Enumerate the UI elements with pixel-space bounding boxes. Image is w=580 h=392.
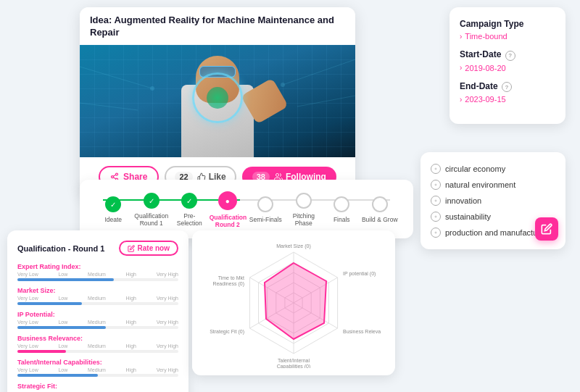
svg-text:Strategic Fit (0): Strategic Fit (0) bbox=[210, 329, 244, 335]
tag-icon-4 bbox=[431, 212, 441, 222]
ar-visual bbox=[80, 45, 355, 157]
tag-icon-2 bbox=[431, 180, 441, 190]
campaign-start-field: Start-Date ? › 2019-08-20 bbox=[460, 49, 555, 72]
radar-svg: Market Size (0) IP potential (0) Busines… bbox=[207, 238, 381, 368]
stage-label-finals: Finals bbox=[334, 216, 350, 223]
svg-text:IP potential (0): IP potential (0) bbox=[343, 271, 376, 277]
stage-item-presel: ✓ Pre-Selection bbox=[170, 193, 209, 227]
campaign-type-field: Campaign Type › Time-bound bbox=[460, 19, 555, 41]
tag-item-2: natural environment bbox=[431, 177, 555, 193]
rate-now-button[interactable]: Rate now bbox=[119, 241, 178, 256]
svg-point-11 bbox=[276, 173, 278, 176]
idea-title-bar: Idea: Augmented Reality for Machine Main… bbox=[80, 7, 355, 45]
rating-bar-bg-talent bbox=[17, 374, 178, 377]
idea-title: Idea: Augmented Reality for Machine Main… bbox=[90, 14, 345, 39]
rating-row-expert: Expert Rating Index: Very LowLowMediumHi… bbox=[17, 263, 178, 281]
svg-point-7 bbox=[112, 175, 114, 178]
rating-scale-business: Very LowLowMediumHighVery High bbox=[17, 343, 178, 349]
qualification-panel: Qualification - Round 1 Rate now Expert … bbox=[7, 230, 188, 392]
rating-row-market: Market Size: Very LowLowMediumHighVery H… bbox=[17, 287, 178, 305]
svg-point-6 bbox=[116, 173, 118, 175]
chevron-right-icon-3: › bbox=[460, 96, 462, 104]
svg-text:Business Relevance (0): Business Relevance (0) bbox=[343, 329, 381, 335]
tag-icon-1 bbox=[431, 164, 441, 174]
campaign-card: Campaign Type › Time-bound Start-Date ? … bbox=[450, 7, 566, 124]
tag-icon-3 bbox=[431, 196, 441, 206]
stage-dot-build bbox=[372, 196, 388, 212]
tag-item-1: circular economy bbox=[431, 161, 555, 177]
svg-point-34 bbox=[435, 200, 436, 201]
campaign-end-label: End-Date ? bbox=[460, 81, 555, 93]
radar-grid: Market Size (0) IP potential (0) Busines… bbox=[210, 243, 381, 368]
chevron-right-icon: › bbox=[460, 33, 462, 41]
stage-dot-ideate: ✓ bbox=[105, 196, 121, 212]
campaign-end-value: › 2023-09-15 bbox=[460, 95, 555, 104]
main-container: Idea: Augmented Reality for Machine Main… bbox=[0, 0, 580, 392]
edit-fab-button[interactable] bbox=[535, 217, 558, 241]
stages-track: ✓ Ideate ✓ Qualification Round 1 ✓ Pre-S… bbox=[94, 191, 399, 228]
svg-text:Talent/Internal: Talent/Internal bbox=[278, 358, 310, 363]
rating-row-business: Business Relevance: Very LowLowMediumHig… bbox=[17, 335, 178, 353]
rating-label-business: Business Relevance: bbox=[17, 335, 178, 342]
stage-dot-pitch bbox=[296, 193, 312, 209]
tag-icon-5 bbox=[431, 228, 441, 238]
rating-bar-bg-business bbox=[17, 350, 178, 353]
rating-scale-ip: Very LowLowMediumHighVery High bbox=[17, 320, 178, 325]
stage-item-ideate: ✓ Ideate bbox=[94, 196, 133, 223]
svg-marker-23 bbox=[265, 263, 326, 339]
stage-item-qual1: ✓ Qualification Round 1 bbox=[133, 193, 171, 227]
rating-scale-market: Very LowLowMediumHighVery High bbox=[17, 296, 178, 301]
svg-line-0 bbox=[80, 67, 152, 88]
stage-dot-qual1: ✓ bbox=[144, 193, 160, 209]
rating-scale-talent: Very LowLowMediumHighVery High bbox=[17, 367, 178, 372]
stage-dot-qual2: ● bbox=[218, 191, 237, 210]
svg-text:Time to Mkt: Time to Mkt bbox=[218, 275, 244, 280]
svg-point-35 bbox=[435, 216, 436, 217]
qual-title: Qualification - Round 1 bbox=[17, 244, 104, 253]
stage-label-presel: Pre-Selection bbox=[171, 212, 207, 227]
rating-bar-bg-expert bbox=[17, 278, 178, 281]
stage-item-build: Build & Grow bbox=[361, 196, 399, 223]
qual-header: Qualification - Round 1 Rate now bbox=[17, 241, 178, 256]
svg-point-33 bbox=[435, 184, 436, 185]
stage-dot-presel: ✓ bbox=[181, 193, 197, 209]
rate-icon bbox=[128, 245, 135, 252]
rating-scale: Very LowLowMediumHighVery High bbox=[17, 272, 178, 277]
rating-bar-fill-market bbox=[17, 302, 82, 305]
stage-dot-semis bbox=[257, 196, 273, 212]
campaign-end-field: End-Date ? › 2023-09-15 bbox=[460, 81, 555, 104]
chevron-right-icon-2: › bbox=[460, 64, 462, 72]
svg-line-1 bbox=[283, 59, 355, 85]
stage-dot-finals bbox=[334, 196, 349, 212]
stage-label-semis: Semi-Finals bbox=[249, 216, 282, 223]
rating-label-talent: Talent/Internal Capabilities: bbox=[17, 359, 178, 366]
end-info-icon: ? bbox=[502, 82, 512, 92]
rating-bar-fill-expert bbox=[17, 278, 114, 281]
campaign-type-value: › Time-bound bbox=[460, 32, 555, 41]
rating-label-expert: Expert Rating Index: bbox=[17, 263, 178, 270]
stage-label-pitch: Pitching Phase bbox=[286, 212, 322, 227]
tag-item-3: innovation bbox=[431, 193, 555, 209]
stage-item-finals: Finals bbox=[323, 196, 361, 223]
rating-row-talent: Talent/Internal Capabilities: Very LowLo… bbox=[17, 359, 178, 377]
campaign-start-label: Start-Date ? bbox=[460, 49, 555, 61]
campaign-start-value: › 2019-08-20 bbox=[460, 64, 555, 72]
svg-point-32 bbox=[435, 168, 436, 170]
start-info-icon: ? bbox=[505, 51, 515, 61]
rating-bar-fill-talent bbox=[17, 374, 98, 377]
svg-text:Capabilities (0): Capabilities (0) bbox=[277, 364, 311, 368]
stage-label-qual1: Qualification Round 1 bbox=[133, 212, 170, 227]
stage-item-semis: Semi-Finals bbox=[246, 196, 285, 223]
rating-label-ip: IP Potential: bbox=[17, 311, 178, 318]
svg-text:Readiness (0): Readiness (0) bbox=[212, 281, 244, 287]
stage-item-pitch: Pitching Phase bbox=[285, 193, 323, 227]
edit-icon bbox=[541, 223, 552, 235]
stage-item-qual2: ● Qualification Round 2 bbox=[209, 191, 247, 228]
svg-line-10 bbox=[113, 175, 115, 176]
rating-bar-bg-ip bbox=[17, 326, 178, 329]
radar-card: Market Size (0) IP potential (0) Busines… bbox=[192, 230, 395, 375]
svg-text:Market Size (0): Market Size (0) bbox=[276, 243, 310, 249]
stage-label-ideate: Ideate bbox=[104, 216, 122, 223]
rating-bar-fill-business bbox=[17, 350, 66, 353]
rating-row-strategic: Strategic Fit: Very LowLowMediumHighVery… bbox=[17, 383, 178, 392]
